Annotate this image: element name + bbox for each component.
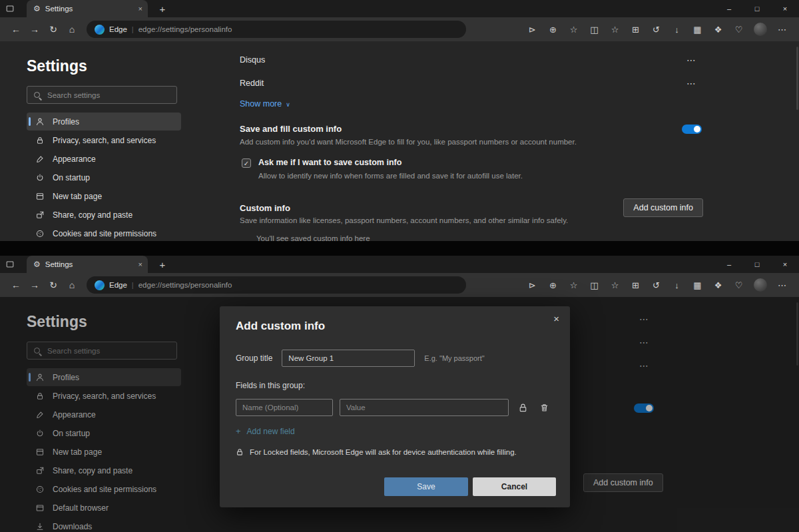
collections-icon[interactable]: ⊞	[625, 25, 646, 35]
zoom-icon[interactable]: ⊕	[543, 25, 563, 35]
more-menu-icon[interactable]: ⋯	[772, 280, 792, 290]
downloads-icon[interactable]: ↓	[666, 25, 687, 35]
history-icon[interactable]: ↺	[646, 280, 666, 290]
collections-icon[interactable]: ⊞	[625, 280, 646, 290]
home-icon[interactable]: ⌂	[63, 24, 81, 35]
row-menu-icon[interactable]: ⋯	[686, 55, 696, 65]
dialog-title: Add custom info	[236, 320, 554, 333]
more-menu-icon[interactable]: ⋯	[772, 25, 792, 35]
group-title-input[interactable]	[282, 350, 415, 367]
content-area: Settings Profiles Privacy, search, and s…	[0, 41, 799, 241]
window-controls: – □ ×	[715, 256, 799, 273]
address-bar[interactable]: Edge | edge://settings/personalinfo	[87, 276, 466, 294]
custom-info-section: Custom info Add custom info	[240, 198, 706, 217]
sidebar-item-new-tab-page[interactable]: New tab page	[27, 187, 181, 205]
back-icon[interactable]: ←	[7, 24, 25, 35]
lock-field-button[interactable]	[515, 403, 530, 413]
address-bar[interactable]: Edge | edge://settings/personalinfo	[87, 21, 466, 38]
field-row	[236, 399, 554, 416]
home-icon[interactable]: ⌂	[63, 280, 81, 290]
field-name-input[interactable]	[236, 399, 333, 416]
forward-icon[interactable]: →	[25, 280, 44, 290]
browser-window-top: ⚙ Settings × + – □ × ← → ↻ ⌂ Edge | edge…	[0, 0, 799, 241]
list-item-reddit: Reddit ⋯	[240, 71, 706, 95]
maximize-button[interactable]: □	[743, 256, 771, 273]
search-input[interactable]	[47, 91, 170, 99]
send-to-sidebar-icon[interactable]: ⊳	[522, 280, 543, 290]
add-favorite-icon[interactable]: ☆	[563, 25, 584, 35]
downloads-icon[interactable]: ↓	[666, 280, 687, 290]
profile-avatar[interactable]	[754, 278, 767, 292]
refresh-icon[interactable]: ↻	[44, 24, 63, 35]
send-to-sidebar-icon[interactable]: ⊳	[522, 25, 543, 35]
sidebar-item-label: Cookies and site permissions	[53, 229, 156, 238]
address-divider: |	[132, 25, 134, 33]
back-icon[interactable]: ←	[7, 280, 25, 290]
delete-field-button[interactable]	[537, 403, 551, 413]
tab-close-icon[interactable]: ×	[138, 260, 142, 268]
plus-icon: +	[236, 426, 241, 436]
lock-icon	[236, 448, 244, 456]
favorites-icon[interactable]: ☆	[605, 280, 625, 290]
browser-essentials-icon[interactable]: ♡	[728, 25, 749, 35]
save-button[interactable]: Save	[384, 477, 468, 496]
sidebar-item-appearance[interactable]: Appearance	[27, 150, 181, 168]
search-settings-box[interactable]	[27, 86, 177, 104]
apps-icon[interactable]: ▦	[687, 25, 708, 35]
tab-close-icon[interactable]: ×	[138, 5, 142, 13]
field-value-input[interactable]	[340, 399, 509, 416]
tab-title: Settings	[45, 260, 73, 268]
maximize-button[interactable]: □	[743, 0, 771, 17]
sidebar-item-on-startup[interactable]: On startup	[27, 168, 181, 186]
page-title: Settings	[27, 56, 193, 76]
titlebar[interactable]: ⚙ Settings × + – □ ×	[0, 0, 799, 17]
custom-info-title: Custom info	[240, 203, 290, 213]
close-button[interactable]: ×	[771, 256, 799, 273]
minimize-button[interactable]: –	[715, 0, 743, 17]
toolbar: ← → ↻ ⌂ Edge | edge://settings/personali…	[0, 17, 799, 41]
browser-essentials-icon[interactable]: ♡	[728, 280, 749, 290]
add-favorite-icon[interactable]: ☆	[563, 280, 584, 290]
new-tab-button[interactable]: +	[156, 259, 169, 270]
sidebar-item-label: On startup	[53, 173, 90, 182]
list-item-label: Reddit	[240, 79, 264, 88]
new-tab-button[interactable]: +	[156, 3, 169, 15]
sidebar-item-cookies[interactable]: Cookies and site permissions	[27, 224, 181, 241]
dialog-close-icon[interactable]: ×	[553, 313, 559, 324]
history-icon[interactable]: ↺	[646, 25, 666, 35]
minimize-button[interactable]: –	[715, 256, 743, 273]
settings-sidebar: Settings Profiles Privacy, search, and s…	[0, 41, 193, 241]
sidebar-item-profiles[interactable]: Profiles	[27, 113, 181, 131]
sidebar-nav: Profiles Privacy, search, and services A…	[27, 113, 181, 241]
row-menu-icon[interactable]: ⋯	[686, 78, 696, 89]
extensions-icon[interactable]: ❖	[708, 280, 728, 290]
split-screen-icon[interactable]: ◫	[584, 280, 605, 290]
forward-icon[interactable]: →	[25, 24, 44, 35]
show-more-label: Show more	[240, 99, 282, 109]
ask-me-checkbox[interactable]: ✓	[242, 158, 251, 168]
titlebar[interactable]: ⚙ Settings × + – □ ×	[0, 256, 799, 273]
refresh-icon[interactable]: ↻	[44, 280, 63, 290]
share-icon	[35, 210, 45, 220]
close-button[interactable]: ×	[771, 0, 799, 17]
add-new-field-link[interactable]: + Add new field	[236, 426, 295, 436]
zoom-icon[interactable]: ⊕	[543, 280, 563, 290]
browser-tab[interactable]: ⚙ Settings ×	[27, 0, 148, 17]
add-custom-info-button[interactable]: Add custom info	[623, 198, 703, 217]
save-fill-toggle[interactable]	[682, 125, 702, 134]
browser-tab[interactable]: ⚙ Settings ×	[27, 256, 148, 273]
extensions-icon[interactable]: ❖	[708, 25, 728, 35]
split-screen-icon[interactable]: ◫	[584, 25, 605, 35]
sidebar-item-label: Profiles	[53, 117, 79, 127]
sidebar-item-privacy[interactable]: Privacy, search, and services	[27, 131, 181, 149]
favorites-icon[interactable]: ☆	[605, 25, 625, 35]
profile-avatar[interactable]	[754, 23, 767, 36]
apps-icon[interactable]: ▦	[687, 280, 708, 290]
show-more-link[interactable]: Show more ∨	[240, 95, 290, 113]
brush-icon	[35, 154, 45, 164]
cancel-button[interactable]: Cancel	[473, 477, 556, 496]
group-title-label: Group title	[236, 354, 272, 363]
scrollbar[interactable]	[796, 47, 798, 110]
sidebar-item-share-copy-paste[interactable]: Share, copy and paste	[27, 206, 181, 224]
search-icon	[33, 91, 41, 99]
